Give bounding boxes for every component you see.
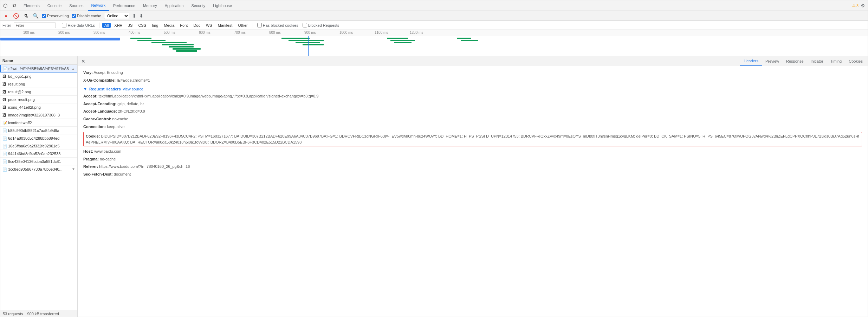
request-name-9: 6d14a8038d5c4288bbb894ed bbox=[8, 136, 75, 140]
file-icon-2: 🖼 bbox=[2, 82, 7, 86]
tick-1200ms: 1200 ms bbox=[410, 31, 423, 34]
request-name-2: result.png bbox=[8, 82, 75, 86]
preserve-log-label[interactable]: Preserve log bbox=[42, 14, 69, 18]
filter-type-img[interactable]: Img bbox=[150, 23, 160, 28]
filter-input[interactable] bbox=[14, 23, 56, 28]
request-headers-toggle[interactable]: ▼ bbox=[83, 87, 87, 91]
view-source-button[interactable]: view source bbox=[123, 87, 143, 91]
filter-bar: Filter Hide data URLs All XHR JS CSS Img… bbox=[0, 21, 868, 30]
request-item-2[interactable]: 🖼 result.png bbox=[0, 80, 77, 88]
tab-application[interactable]: Application bbox=[161, 0, 187, 11]
request-item-11[interactable]: 📄 944146bd8df4a52c0aa232538 bbox=[0, 150, 77, 158]
blocked-requests-checkbox[interactable] bbox=[303, 23, 307, 27]
timeline-bar-blue-1 bbox=[0, 38, 120, 40]
req-header-accept-encoding: Accept-Encoding: gzip, deflate, br bbox=[83, 100, 862, 108]
timeline-cursor bbox=[308, 36, 309, 56]
request-name-7: iconfont.woff2 bbox=[8, 121, 75, 125]
request-name-4: peak-result.png bbox=[8, 97, 75, 102]
request-headers-section: ▼ Request Headers view source bbox=[83, 87, 862, 91]
requests-panel: Name 📄 s?wd=%E4%BB%8A%E6%97%A5 ▲ 🖼 bd_lo… bbox=[0, 56, 78, 317]
sec-fetch-dest-name: Sec-Fetch-Dest: bbox=[83, 172, 113, 176]
device-toggle-icon[interactable]: ⧉ bbox=[11, 2, 18, 9]
filter-type-all[interactable]: All bbox=[102, 23, 111, 28]
blocked-requests-label[interactable]: Blocked Requests bbox=[303, 23, 341, 27]
inspect-icon[interactable]: ⬡ bbox=[2, 2, 9, 9]
connection-name: Connection: bbox=[83, 125, 106, 129]
request-name-1: bd_logo1.png bbox=[8, 74, 75, 78]
blocked-requests-text: Blocked Requests bbox=[308, 23, 339, 27]
cache-control-value: no-cache bbox=[112, 117, 128, 121]
tab-elements[interactable]: Elements bbox=[20, 0, 43, 11]
tick-300ms: 300 ms bbox=[93, 31, 105, 34]
request-item-13[interactable]: 📄 3cc8ed905b67730a78b6e340... ▼ bbox=[0, 165, 77, 173]
detail-tab-timing[interactable]: Timing bbox=[827, 56, 846, 66]
tab-performance[interactable]: Performance bbox=[110, 0, 139, 11]
tick-800ms: 800 ms bbox=[269, 31, 281, 34]
request-name-6: image?imglist=3228197368_3 bbox=[8, 113, 75, 117]
response-header-ua: X-Ua-Compatible: IE=Edge,chrome=1 bbox=[83, 77, 862, 84]
filter-type-xhr[interactable]: XHR bbox=[112, 23, 124, 28]
request-item-4[interactable]: 🖼 peak-result.png bbox=[0, 96, 77, 103]
timeline-bar-green-16 bbox=[461, 40, 478, 41]
request-item-7[interactable]: 📝 iconfont.woff2 bbox=[0, 119, 77, 127]
tab-lighthouse[interactable]: Lighthouse bbox=[209, 0, 235, 11]
request-item-5[interactable]: 🖼 icons_441e82f.png bbox=[0, 103, 77, 111]
request-name-8: b85c990dbf5521c7aa5fb9d9a bbox=[8, 128, 75, 133]
upload-icon[interactable]: ⬆ bbox=[132, 13, 136, 19]
filter-type-font[interactable]: Font bbox=[178, 23, 190, 28]
settings-icon[interactable]: ⚙ bbox=[859, 2, 866, 9]
request-item-8[interactable]: 📄 b85c990dbf5521c7aa5fb9d9a bbox=[0, 127, 77, 134]
request-item-0[interactable]: 📄 s?wd=%E4%BB%8A%E6%97%A5 ▲ bbox=[0, 65, 77, 72]
search-icon[interactable]: 🔍 bbox=[32, 12, 39, 19]
status-bar: 53 requests 900 kB transferred bbox=[0, 310, 77, 317]
detail-tab-cookies[interactable]: Cookies bbox=[845, 56, 866, 66]
request-name-11: 944146bd8df4a52c0aa232538 bbox=[8, 152, 75, 156]
preserve-log-checkbox[interactable] bbox=[42, 14, 46, 18]
hide-data-urls-checkbox[interactable] bbox=[62, 23, 66, 27]
record-button[interactable]: ● bbox=[2, 12, 9, 19]
detail-tab-preview[interactable]: Preview bbox=[762, 56, 783, 66]
filter-type-other[interactable]: Other bbox=[236, 23, 250, 28]
has-blocked-label[interactable]: Has blocked cookies bbox=[257, 23, 300, 27]
file-icon-5: 🖼 bbox=[2, 105, 7, 109]
connection-value: keep-alive bbox=[107, 125, 124, 129]
filter-icon[interactable]: ⚗ bbox=[22, 12, 29, 19]
tab-network[interactable]: Network bbox=[88, 0, 109, 11]
request-item-9[interactable]: 📄 6d14a8038d5c4288bbb894ed bbox=[0, 134, 77, 142]
filter-label: Filter bbox=[2, 23, 11, 27]
filter-type-js[interactable]: JS bbox=[126, 23, 135, 28]
request-item-10[interactable]: 📄 16e5ffba6d9a2f332fe92901d5 bbox=[0, 142, 77, 150]
detail-tab-initiator[interactable]: Initiator bbox=[807, 56, 827, 66]
tab-security[interactable]: Security bbox=[188, 0, 209, 11]
file-icon-1: 🖼 bbox=[2, 74, 7, 78]
detail-tab-headers[interactable]: Headers bbox=[740, 56, 762, 66]
request-item-6[interactable]: 🖼 image?imglist=3228197368_3 bbox=[0, 111, 77, 119]
tab-memory[interactable]: Memory bbox=[140, 0, 161, 11]
request-item-12[interactable]: 📄 9cc435e04136bcba3a551dc81 bbox=[0, 158, 77, 165]
disable-cache-checkbox[interactable] bbox=[72, 14, 76, 18]
has-blocked-checkbox[interactable] bbox=[257, 23, 262, 27]
detail-tab-response[interactable]: Response bbox=[783, 56, 807, 66]
filter-type-css[interactable]: CSS bbox=[136, 23, 148, 28]
file-icon-9: 📄 bbox=[2, 136, 7, 140]
filter-type-manifest[interactable]: Manifest bbox=[216, 23, 235, 28]
cookie-box: Cookie: BIDUPSID=307B212BADF620E92F8196F… bbox=[83, 132, 862, 146]
disable-cache-label[interactable]: Disable cache bbox=[72, 14, 101, 18]
file-icon-10: 📄 bbox=[2, 144, 7, 148]
throttle-select[interactable]: Online Fast 3G Slow 3G Offline bbox=[104, 13, 129, 19]
request-item-3[interactable]: 🖼 result@2.png bbox=[0, 88, 77, 96]
request-name-3: result@2.png bbox=[8, 90, 75, 94]
hide-data-urls-label[interactable]: Hide data URLs bbox=[62, 23, 96, 27]
headers-content: Vary: Accept-Encoding X-Ua-Compatible: I… bbox=[78, 66, 868, 181]
tab-sources[interactable]: Sources bbox=[66, 0, 87, 11]
requests-header-text: Name bbox=[2, 58, 13, 63]
filter-type-media[interactable]: Media bbox=[162, 23, 176, 28]
download-icon[interactable]: ⬇ bbox=[139, 13, 143, 19]
close-details-button[interactable]: ✕ bbox=[79, 58, 88, 64]
clear-button[interactable]: 🚫 bbox=[12, 12, 19, 19]
request-item-1[interactable]: 🖼 bd_logo1.png bbox=[0, 72, 77, 80]
tab-console[interactable]: Console bbox=[44, 0, 65, 11]
req-header-sec-fetch-dest: Sec-Fetch-Dest: document bbox=[83, 171, 862, 178]
filter-type-doc[interactable]: Doc bbox=[191, 23, 202, 28]
filter-type-ws[interactable]: WS bbox=[204, 23, 214, 28]
